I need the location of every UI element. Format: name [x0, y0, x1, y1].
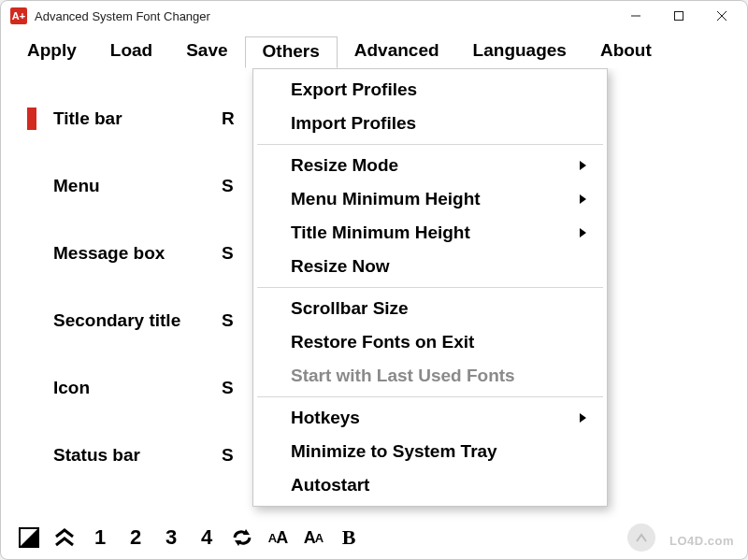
- menuitem-label: Restore Fonts on Exit: [291, 332, 474, 352]
- row-label: Message box: [53, 243, 222, 264]
- close-button[interactable]: [700, 2, 743, 30]
- menuitem-title-min-height[interactable]: Title Minimum Height: [253, 216, 607, 250]
- row-value: S: [222, 378, 234, 398]
- menu-advanced[interactable]: Advanced: [338, 36, 456, 68]
- font-size-small-icon[interactable]: AA: [266, 525, 289, 550]
- svg-rect-1: [675, 12, 683, 21]
- row-value: S: [222, 176, 234, 196]
- menu-about[interactable]: About: [583, 36, 669, 68]
- menu-separator: [257, 144, 603, 145]
- menuitem-scrollbar-size[interactable]: Scrollbar Size: [253, 292, 607, 325]
- menu-separator: [257, 287, 603, 288]
- preset-2[interactable]: 2: [124, 525, 147, 550]
- contrast-icon[interactable]: [18, 525, 40, 550]
- active-marker: [27, 108, 36, 130]
- bold-icon[interactable]: B: [338, 525, 360, 550]
- menu-load[interactable]: Load: [94, 36, 169, 68]
- submenu-arrow-icon: [580, 161, 586, 170]
- menuitem-label: Title Minimum Height: [291, 223, 470, 243]
- menu-save[interactable]: Save: [169, 36, 244, 68]
- row-value: R: [222, 108, 235, 129]
- menu-apply[interactable]: Apply: [10, 36, 94, 68]
- menuitem-import-profiles[interactable]: Import Profiles: [253, 107, 607, 140]
- minimize-icon: [631, 11, 640, 21]
- others-dropdown: Export Profiles Import Profiles Resize M…: [252, 68, 608, 507]
- menuitem-hotkeys[interactable]: Hotkeys: [253, 401, 607, 435]
- font-size-large-icon[interactable]: AA: [302, 525, 324, 550]
- window-titlebar: A+ Advanced System Font Changer: [1, 1, 747, 31]
- menuitem-label: Import Profiles: [291, 113, 416, 134]
- preset-1[interactable]: 1: [89, 525, 111, 550]
- menuitem-resize-mode[interactable]: Resize Mode: [253, 149, 607, 182]
- menuitem-label: Minimize to System Tray: [291, 441, 497, 462]
- menubar: Apply Load Save Others Advanced Language…: [1, 31, 747, 68]
- menuitem-label: Menu Minimum Height: [291, 189, 481, 209]
- submenu-arrow-icon: [580, 413, 586, 423]
- menu-separator: [257, 396, 603, 397]
- app-icon: A+: [10, 7, 27, 24]
- watermark-arrow-icon: [627, 524, 655, 552]
- row-label: Title bar: [53, 108, 222, 129]
- collapse-icon[interactable]: [53, 525, 76, 550]
- menuitem-resize-now[interactable]: Resize Now: [253, 250, 607, 283]
- bottom-toolbar: 1 2 3 4 AA AA B: [18, 525, 360, 550]
- watermark-text: LO4D.com: [669, 534, 734, 548]
- row-label: Icon: [53, 378, 222, 398]
- menuitem-autostart[interactable]: Autostart: [253, 468, 607, 502]
- menuitem-export-profiles[interactable]: Export Profiles: [253, 73, 607, 107]
- menuitem-start-with-last-used-fonts: Start with Last Used Fonts: [253, 359, 607, 393]
- maximize-button[interactable]: [657, 2, 700, 30]
- row-label: Status bar: [53, 445, 222, 466]
- menuitem-label: Export Profiles: [291, 79, 417, 100]
- menuitem-label: Scrollbar Size: [291, 298, 409, 319]
- menuitem-label: Resize Now: [291, 256, 390, 277]
- menu-languages[interactable]: Languages: [456, 36, 583, 68]
- row-label: Menu: [53, 176, 222, 196]
- row-value: S: [222, 445, 234, 466]
- app-window: A+ Advanced System Font Changer Apply Lo…: [0, 0, 748, 560]
- preset-3[interactable]: 3: [160, 525, 182, 550]
- client-area: Title bar R Menu S Message box S Seconda…: [1, 68, 747, 559]
- preset-4[interactable]: 4: [195, 525, 218, 550]
- menu-others[interactable]: Others: [245, 36, 338, 68]
- menuitem-restore-fonts-on-exit[interactable]: Restore Fonts on Exit: [253, 325, 607, 359]
- menuitem-label: Hotkeys: [291, 408, 360, 428]
- submenu-arrow-icon: [580, 228, 586, 237]
- window-title: Advanced System Font Changer: [35, 9, 210, 23]
- svg-marker-5: [20, 528, 38, 547]
- refresh-icon[interactable]: [231, 525, 253, 550]
- row-label: Secondary title: [53, 310, 222, 331]
- menuitem-label: Resize Mode: [291, 155, 398, 176]
- menuitem-menu-min-height[interactable]: Menu Minimum Height: [253, 182, 607, 216]
- menuitem-label: Autostart: [291, 475, 369, 495]
- row-value: S: [222, 310, 234, 331]
- close-icon: [717, 11, 726, 21]
- minimize-button[interactable]: [614, 2, 657, 30]
- menuitem-minimize-to-tray[interactable]: Minimize to System Tray: [253, 435, 607, 468]
- row-value: S: [222, 243, 234, 264]
- maximize-icon: [674, 11, 683, 21]
- submenu-arrow-icon: [580, 194, 586, 204]
- menuitem-label: Start with Last Used Fonts: [291, 366, 515, 386]
